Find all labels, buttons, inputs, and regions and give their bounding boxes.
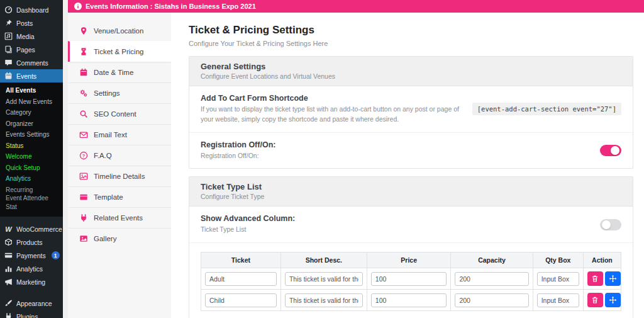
sidebar-item-label: Media [16,33,35,40]
sidebar-item-marketing[interactable]: Marketing [0,275,63,288]
toggle-knob [611,146,619,155]
tab-label: F.A.Q [94,152,112,159]
registration-sublabel: Registration Off/On: [201,151,275,161]
submenu-quick-setup[interactable]: Quick Setup [0,162,63,174]
col-header-action: Action [583,253,621,268]
registration-toggle[interactable] [600,145,621,156]
general-settings-header: General Settings Configure Event Locatio… [189,57,633,86]
envelope-icon [79,130,88,139]
app-window: Dashboard Posts Media Pages Comments Eve… [0,0,644,318]
move-icon [609,296,617,304]
tab-settings[interactable]: Settings [68,82,171,103]
ticket-pricing-panel: Ticket & Pricing Settings Configure Your… [171,13,644,318]
gears-icon [79,89,88,98]
ticket-type-header: Ticket Type List Configure Ticket Type [189,177,633,207]
sidebar-item-appearance[interactable]: Appearance [0,297,63,310]
delete-ticket-button[interactable] [587,293,603,307]
search-icon [79,110,88,118]
calendar-icon [79,68,88,77]
ticket-capacity-input[interactable] [455,293,528,307]
delete-ticket-button[interactable] [587,271,603,286]
sidebar-item-label: Plugins [16,313,38,318]
sidebar-item-label: Comments [16,59,48,67]
credit-card-icon [4,251,13,259]
sidebar-item-label: Pages [16,46,35,54]
bar-chart-icon [4,264,13,273]
ticket-capacity-input[interactable] [455,272,528,286]
section-title: Ticket Type List [201,182,621,191]
ticket-type-list-card: Ticket Type List Configure Ticket Type S… [189,176,633,318]
submenu-welcome[interactable]: Welcome [0,151,63,162]
gallery-icon [79,234,88,243]
advanced-column-sublabel: Ticket Type List [201,225,295,235]
box-icon [4,238,13,246]
tab-email-text[interactable]: Email Text [68,124,171,145]
related-plug-icon [79,213,88,222]
advanced-column-toggle[interactable] [600,219,621,230]
move-icon [609,275,617,283]
submenu-all-events[interactable]: All Events [0,85,63,96]
ticket-price-input[interactable] [371,272,447,286]
submenu-category[interactable]: Category [0,107,63,118]
toggle-knob [602,220,611,229]
submenu-analytics[interactable]: Analytics [0,173,63,185]
tab-label: SEO Content [94,110,136,118]
move-ticket-button[interactable] [605,293,621,307]
tab-date-time[interactable]: Date & Time [68,62,171,82]
sidebar-item-events[interactable]: Events [0,69,63,82]
ticket-short-desc-input[interactable] [285,293,363,307]
ticket-name-input[interactable] [205,293,277,307]
ticket-qty-box-input[interactable] [537,272,579,286]
sidebar-item-label: Appearance [16,300,52,307]
map-pin-icon [79,26,88,35]
sidebar-item-comments[interactable]: Comments [0,56,63,69]
shortcode-description: If you want to display the ticket type l… [201,105,460,125]
sidebar-item-payments[interactable]: Payments 1 [0,249,63,262]
ticket-qty-box-input[interactable] [537,293,579,307]
plug-icon [4,312,13,318]
submenu-add-new-events[interactable]: Add New Events [0,96,63,108]
sidebar-item-products[interactable]: Products [0,236,63,249]
tab-timeline-details[interactable]: Timeline Details [68,166,171,186]
timeline-icon [79,172,88,181]
tab-seo-content[interactable]: SEO Content [68,103,171,124]
sidebar-item-posts[interactable]: Posts [0,16,63,30]
tab-label: Related Events [94,214,143,222]
megaphone-icon [4,278,13,286]
col-header-capacity: Capacity [451,253,533,268]
tab-gallery[interactable]: Gallery [68,228,171,249]
tab-ticket-pricing[interactable]: Ticket & Pricing [68,41,171,62]
ticket-short-desc-input[interactable] [285,272,363,286]
sidebar-item-analytics[interactable]: Analytics [0,262,63,275]
submenu-organizer[interactable]: Organizer [0,118,63,130]
tab-template[interactable]: Template [68,186,171,207]
info-icon: i [74,3,82,10]
tab-faq[interactable]: ? F.A.Q [68,145,171,166]
dashboard-icon [4,6,13,14]
tab-label: Ticket & Pricing [94,48,143,55]
col-header-price: Price [367,253,451,268]
sidebar-item-label: Products [16,239,42,246]
sidebar-item-plugins[interactable]: Plugins [0,310,63,318]
tab-venue-location[interactable]: Venue/Location [68,21,171,41]
shortcode-label: Add To Cart Form Shortcode [201,94,460,103]
event-info-title: Events Information : Sistahs in Business… [86,3,256,10]
tab-label: Settings [94,89,120,97]
tab-related-events[interactable]: Related Events [68,207,171,228]
col-header-ticket: Ticket [201,253,281,268]
submenu-status[interactable]: Status [0,140,63,152]
ticket-name-input[interactable] [205,272,277,286]
sidebar-item-dashboard[interactable]: Dashboard [0,3,63,16]
submenu-recurring-event-attendee-stat[interactable]: Recurring Event Attendee Stat [0,185,54,213]
wp-admin-sidebar: Dashboard Posts Media Pages Comments Eve… [0,0,63,318]
plugin-panel: i Events Information : Sistahs in Busine… [68,0,644,318]
sidebar-item-woocommerce[interactable]: W WooCommerce [0,222,63,236]
sidebar-item-media[interactable]: Media [0,30,63,43]
sidebar-item-label: Analytics [16,265,43,273]
sidebar-item-pages[interactable]: Pages [0,43,63,56]
ticket-price-input[interactable] [371,293,447,307]
sidebar-item-label: Marketing [16,278,45,286]
submenu-events-settings[interactable]: Events Settings [0,129,63,140]
section-subtitle: Configure Ticket Type [201,193,621,200]
move-ticket-button[interactable] [605,271,621,286]
